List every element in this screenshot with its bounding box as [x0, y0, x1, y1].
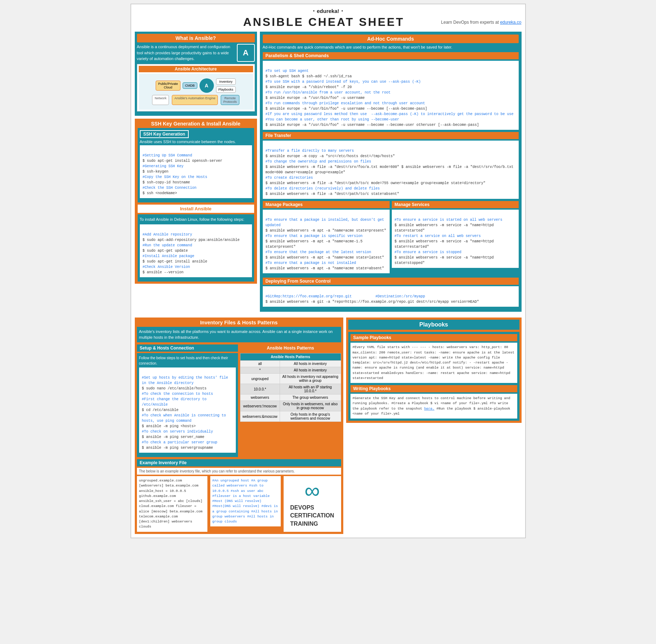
- filetransfer-code: #Transfer a file directly to many server…: [263, 141, 519, 199]
- patterns-header: Ansible Hosts Patterns: [240, 344, 341, 352]
- pattern-desc-cell: The group webservers: [280, 394, 341, 401]
- setup-code: #Set up hosts by editing the hosts' file…: [139, 367, 236, 453]
- arch-box-public: Public/PrivateCloud: [156, 81, 180, 91]
- table-row: *All hosts in inventory: [240, 367, 341, 374]
- pattern-desc-cell: All hosts in inventory: [280, 361, 341, 367]
- ssh-keygen-header: SSH Key Generation: [140, 130, 189, 138]
- playbooks-content: Sample Playbooks #Every YAML file starts…: [348, 332, 519, 421]
- arch-automation: Ansible's Automation Engine: [172, 95, 218, 105]
- table-row: webserversThe group webservers: [240, 394, 341, 401]
- arch-box-cmdb: CMDB: [183, 82, 197, 89]
- pattern-cell: webservers: [240, 394, 280, 401]
- ssh-title: SSH Key Generation & Install Ansible: [138, 121, 254, 127]
- writing-pb-header: Writing Playbooks: [350, 385, 517, 392]
- playbooks-wrapper: Playbooks Sample Playbooks #Every YAML f…: [346, 318, 522, 423]
- example-inv-desc: The below is an example inventory file, …: [137, 468, 341, 475]
- example-inv-header: Example Inventory File: [137, 459, 341, 466]
- example-inv-content: ungrouped.example.com [webservers] beta.…: [137, 476, 341, 532]
- inventory-section: Inventory Files & Hosts Patterns Ansible…: [135, 318, 343, 534]
- brand-header: • edureka! •: [135, 8, 522, 14]
- example-inv-code: ungrouped.example.com [webservers] beta.…: [137, 476, 207, 532]
- packages-services-row: Manage Packages #To ensure that a packag…: [263, 201, 519, 275]
- example-inv-comments: #An ungrouped host #A group called webse…: [210, 476, 281, 526]
- edureka-link[interactable]: edureka.co: [500, 20, 521, 25]
- filetransfer-header: File Transfer: [263, 132, 519, 139]
- page-title: ANSIBLE CHEAT SHEET: [207, 15, 441, 29]
- arch-title: Ansible Architecture: [139, 66, 253, 72]
- sample-pb-code: #Every YAML file starts with --- --- - h…: [350, 343, 517, 383]
- dot-right: •: [341, 8, 343, 14]
- right-column: Ad-Hoc Commands Ad-Hoc commands are quic…: [260, 32, 522, 315]
- install-content: To install Ansible in Debian Linux, foll…: [138, 214, 254, 282]
- pattern-cell: ungrouped: [240, 374, 280, 384]
- devops-cert-title: DEVOPSCERTIFICATIONTRAINING: [290, 504, 334, 528]
- table-row: 10.0.0.*All hosts with an IP starting 10…: [240, 384, 341, 394]
- setup-content: Follow the below steps to set hosts and …: [137, 353, 238, 457]
- setup-header: Setup & Hosts Connection: [137, 344, 238, 352]
- pattern-cell: webservers:!moscow: [240, 401, 280, 411]
- install-header: Install Ansible: [138, 205, 254, 213]
- install-desc: To install Ansible in Debian Linux, foll…: [140, 216, 252, 223]
- pattern-desc-cell: All hosts in inventory not appearing wit…: [280, 374, 341, 384]
- patterns-table: Ansible Hosts Patterns allAll hosts in i…: [240, 353, 341, 422]
- top-section: What is Ansible? Ansible is a continuous…: [135, 32, 522, 315]
- sample-pb-header: Sample Playbooks: [350, 334, 517, 341]
- ansible-architecture: Ansible Architecture Public/PrivateCloud…: [137, 64, 255, 111]
- manage-services: Manage Services #To ensure a service is …: [392, 201, 519, 275]
- packages-code: #To ensure that a package is installed, …: [263, 210, 390, 273]
- playbooks-header: Playbooks: [348, 320, 519, 330]
- arch-network: Network: [152, 95, 169, 105]
- ansible-logo: A: [237, 44, 255, 62]
- table-row: webservers:!moscowOnly hosts in webserve…: [240, 401, 341, 411]
- ssh-section: SSH Key Generation & Install Ansible SSH…: [135, 119, 257, 284]
- pattern-desc-cell: Only hosts in webservers, not also in gr…: [280, 401, 341, 411]
- pattern-cell: all: [240, 361, 280, 367]
- ansible-logo-letter: A: [243, 48, 249, 58]
- arch-box-playbooks: Playbooks: [216, 86, 236, 93]
- pattern-cell: webservers:&moscow: [240, 411, 280, 422]
- install-code: #Add Ansible repository $ sudo apt-add-r…: [140, 224, 252, 277]
- packages-header: Manage Packages: [263, 201, 390, 208]
- brand-name: edureka!: [317, 8, 339, 14]
- pattern-cell: *: [240, 367, 280, 374]
- table-row: allAll hosts in inventory: [240, 361, 341, 367]
- parallelism-code: #To set up SSH agent $ ssh-agent bash $ …: [263, 61, 519, 130]
- dot-left: •: [313, 8, 315, 14]
- adhoc-intro: Ad-Hoc commands are quick commands which…: [263, 45, 519, 50]
- pattern-cell: 10.0.0.*: [240, 384, 280, 394]
- parallelism-header: Parallelism & Shell Commands: [263, 52, 519, 59]
- title-row: ANSIBLE CHEAT SHEET Learn DevOps from ex…: [135, 15, 522, 29]
- pattern-desc-cell: All hosts in inventory: [280, 367, 341, 374]
- adhoc-header: Ad-Hoc Commands: [263, 35, 519, 43]
- patterns-table-title: Ansible Hosts Patterns: [240, 353, 341, 361]
- arch-bottom: Network Ansible's Automation Engine Remo…: [152, 95, 239, 105]
- what-is-header: What is Ansible?: [137, 34, 255, 42]
- ssh-keygen: SSH Key Generation Ansible uses SSH to c…: [138, 128, 254, 202]
- arch-box-inventory: Inventory: [216, 78, 236, 85]
- infinity-icon: ∞: [304, 480, 320, 502]
- table-row: webservers:&moscowOnly hosts in the grou…: [240, 411, 341, 422]
- inventory-header: Inventory Files & Hosts Patterns: [137, 320, 341, 325]
- manage-packages: Manage Packages #To ensure that a packag…: [263, 201, 390, 275]
- what-is-ansible: What is Ansible? Ansible is a continuous…: [135, 32, 257, 116]
- setup-desc: Follow the below steps to set hosts and …: [139, 355, 236, 366]
- ssh-keygen-code: #Setting Up SSH Command $ sudo apt-get i…: [140, 145, 252, 198]
- example-inv-code-col: ungrouped.example.com [webservers] beta.…: [137, 476, 207, 532]
- inventory-wrapper: Inventory Files & Hosts Patterns Ansible…: [135, 318, 343, 534]
- left-column: What is Ansible? Ansible is a continuous…: [135, 32, 257, 315]
- example-inv-comments-col: #An ungrouped host #A group called webse…: [210, 476, 281, 532]
- arch-ansible-circle: A: [199, 78, 214, 93]
- inv-two-col: Setup & Hosts Connection Follow the belo…: [137, 344, 341, 457]
- services-code: #To ensure a service is started on all w…: [392, 210, 519, 268]
- services-header: Manage Services: [392, 201, 519, 208]
- devops-cert-box: ∞ DEVOPSCERTIFICATIONTRAINING: [284, 476, 341, 532]
- deploying-code: #GitRep:https://foo.example.org/repo.git…: [263, 286, 519, 307]
- ssh-keygen-desc: Ansible uses SSH to communicate between …: [140, 140, 252, 144]
- table-row: ungroupedAll hosts in inventory not appe…: [240, 374, 341, 384]
- inventory-desc: Ansible's inventory lists all the platfo…: [137, 327, 341, 342]
- adhoc-section: Ad-Hoc Commands Ad-Hoc commands are quic…: [260, 32, 522, 312]
- ansible-description: Ansible is a continuous deployment and c…: [137, 44, 234, 62]
- patterns-col: Ansible Hosts Patterns Ansible Hosts Pat…: [240, 344, 341, 457]
- bottom-section: Inventory Files & Hosts Patterns Ansible…: [135, 318, 522, 534]
- playbooks-section: Playbooks Sample Playbooks #Every YAML f…: [346, 318, 522, 534]
